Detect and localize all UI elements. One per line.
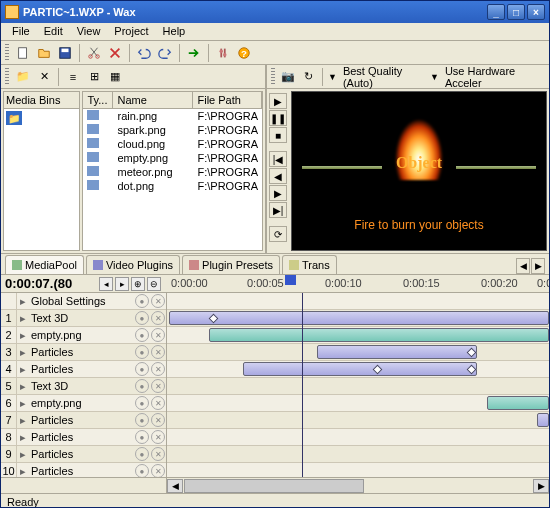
scroll-left[interactable]: ◀ [167, 479, 183, 493]
col-type[interactable]: Ty... [83, 92, 113, 108]
track-mute-icon[interactable]: ● [135, 362, 149, 376]
new-icon[interactable] [13, 43, 33, 63]
track-mute-icon[interactable]: ● [135, 311, 149, 325]
track-close-icon[interactable]: ✕ [151, 379, 165, 393]
track-mute-icon[interactable]: ● [135, 430, 149, 444]
prev-frame-button[interactable]: ◀ [269, 168, 287, 184]
track-close-icon[interactable]: ✕ [151, 464, 165, 477]
track-close-icon[interactable]: ✕ [151, 328, 165, 342]
play-button[interactable]: ▶ [269, 93, 287, 109]
track-close-icon[interactable]: ✕ [151, 362, 165, 376]
playhead-icon[interactable] [285, 275, 296, 285]
next-frame-button[interactable]: ▶ [269, 185, 287, 201]
scroll-thumb[interactable] [184, 479, 364, 493]
track-mute-icon[interactable]: ● [135, 294, 149, 308]
save-icon[interactable] [55, 43, 75, 63]
track-header[interactable]: 7▸Particles●✕ [1, 412, 166, 429]
stop-button[interactable]: ■ [269, 127, 287, 143]
tab-scroll-left[interactable]: ◀ [516, 258, 530, 274]
track-mute-icon[interactable]: ● [135, 447, 149, 461]
tc-btn3[interactable]: ⊕ [131, 277, 145, 291]
scroll-right[interactable]: ▶ [533, 479, 549, 493]
track-mute-icon[interactable]: ● [135, 379, 149, 393]
view-icons-icon[interactable]: ⊞ [84, 67, 104, 87]
tab-plugin-presets[interactable]: Plugin Presets [182, 255, 280, 274]
view-list-icon[interactable]: ≡ [63, 67, 83, 87]
quality-label[interactable]: Best Quality (Auto) [339, 65, 428, 89]
delete-icon[interactable] [105, 43, 125, 63]
clip[interactable] [537, 413, 549, 427]
bin-folder[interactable]: 📁/ [6, 111, 22, 125]
clip-area[interactable] [167, 293, 549, 477]
track-header[interactable]: 9▸Particles●✕ [1, 446, 166, 463]
track-close-icon[interactable]: ✕ [151, 396, 165, 410]
track-header[interactable]: 3▸Particles●✕ [1, 344, 166, 361]
file-row[interactable]: dot.pngF:\PROGRA [83, 179, 262, 193]
last-frame-button[interactable]: ▶| [269, 202, 287, 218]
menu-project[interactable]: Project [107, 23, 155, 40]
go-icon[interactable] [184, 43, 204, 63]
first-frame-button[interactable]: |◀ [269, 151, 287, 167]
track-header[interactable]: 5▸Text 3D●✕ [1, 378, 166, 395]
clip[interactable] [317, 345, 477, 359]
tab-video-plugins[interactable]: Video Plugins [86, 255, 180, 274]
clip[interactable] [243, 362, 477, 376]
clip[interactable] [209, 328, 549, 342]
track-header[interactable]: 10▸Particles●✕ [1, 463, 166, 477]
refresh-icon[interactable]: ↻ [299, 67, 317, 87]
track-mute-icon[interactable]: ● [135, 345, 149, 359]
col-path[interactable]: File Path [193, 92, 262, 108]
tab-transitions[interactable]: Trans [282, 255, 337, 274]
redo-icon[interactable] [155, 43, 175, 63]
track-close-icon[interactable]: ✕ [151, 430, 165, 444]
clip[interactable] [487, 396, 549, 410]
track-header[interactable]: 4▸Particles●✕ [1, 361, 166, 378]
track-header[interactable]: 8▸Particles●✕ [1, 429, 166, 446]
tc-btn2[interactable]: ▸ [115, 277, 129, 291]
tab-scroll-right[interactable]: ▶ [531, 258, 545, 274]
track-close-icon[interactable]: ✕ [151, 447, 165, 461]
time-ruler[interactable]: 0:00:00 0:00:05 0:00:10 0:00:15 0:00:20 … [167, 275, 549, 292]
track-mute-icon[interactable]: ● [135, 413, 149, 427]
col-name[interactable]: Name [113, 92, 193, 108]
track-close-icon[interactable]: ✕ [151, 294, 165, 308]
close-button[interactable]: × [527, 4, 545, 20]
tc-btn1[interactable]: ◂ [99, 277, 113, 291]
file-row[interactable]: spark.pngF:\PROGRA [83, 123, 262, 137]
track-close-icon[interactable]: ✕ [151, 413, 165, 427]
file-row[interactable]: rain.pngF:\PROGRA [83, 109, 262, 123]
track-header[interactable]: 1▸Text 3D●✕ [1, 310, 166, 327]
open-icon[interactable] [34, 43, 54, 63]
menu-help[interactable]: Help [156, 23, 193, 40]
view-thumbs-icon[interactable]: ▦ [105, 67, 125, 87]
menu-view[interactable]: View [70, 23, 108, 40]
track-mute-icon[interactable]: ● [135, 464, 149, 477]
add-folder-icon[interactable]: 📁 [13, 67, 33, 87]
track-close-icon[interactable]: ✕ [151, 311, 165, 325]
help-icon[interactable]: ? [234, 43, 254, 63]
cut-icon[interactable] [84, 43, 104, 63]
track-header[interactable]: 2▸empty.png●✕ [1, 327, 166, 344]
minimize-button[interactable]: _ [487, 4, 505, 20]
hw-accel-label[interactable]: Use Hardware Acceler [441, 65, 545, 89]
menu-edit[interactable]: Edit [37, 23, 70, 40]
track-mute-icon[interactable]: ● [135, 328, 149, 342]
maximize-button[interactable]: □ [507, 4, 525, 20]
tc-btn4[interactable]: ⊖ [147, 277, 161, 291]
file-row[interactable]: meteor.pngF:\PROGRA [83, 165, 262, 179]
track-mute-icon[interactable]: ● [135, 396, 149, 410]
track-header[interactable]: 6▸empty.png●✕ [1, 395, 166, 412]
remove-icon[interactable]: ✕ [34, 67, 54, 87]
pause-button[interactable]: ❚❚ [269, 110, 287, 126]
settings-icon[interactable] [213, 43, 233, 63]
track-header[interactable]: ▸Global Settings●✕ [1, 293, 166, 310]
tab-mediapool[interactable]: MediaPool [5, 255, 84, 274]
file-row[interactable]: cloud.pngF:\PROGRA [83, 137, 262, 151]
track-close-icon[interactable]: ✕ [151, 345, 165, 359]
clip[interactable] [169, 311, 549, 325]
menu-file[interactable]: File [5, 23, 37, 40]
loop-button[interactable]: ⟳ [269, 226, 287, 242]
camera-icon[interactable]: 📷 [280, 67, 298, 87]
undo-icon[interactable] [134, 43, 154, 63]
file-row[interactable]: empty.pngF:\PROGRA [83, 151, 262, 165]
